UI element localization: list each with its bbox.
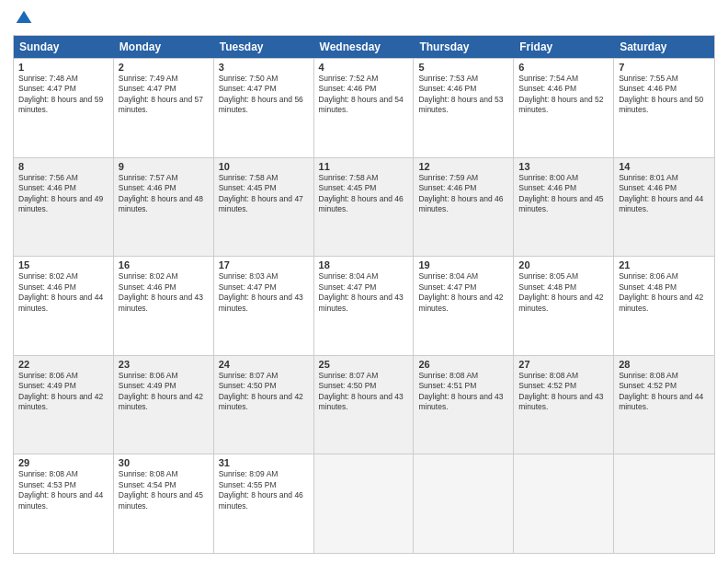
logo-icon	[15, 9, 33, 28]
page: SundayMondayTuesdayWednesdayThursdayFrid…	[0, 0, 728, 563]
day-number: 18	[319, 259, 409, 270]
day-info: Sunrise: 8:06 AMSunset: 4:49 PMDaylight:…	[119, 371, 209, 413]
day-info: Sunrise: 8:08 AMSunset: 4:52 PMDaylight:…	[518, 371, 609, 413]
day-cell-14: 14Sunrise: 8:01 AMSunset: 4:46 PMDayligh…	[614, 158, 714, 257]
calendar-header: SundayMondayTuesdayWednesdayThursdayFrid…	[14, 36, 714, 58]
day-info: Sunrise: 8:06 AMSunset: 4:48 PMDaylight:…	[619, 271, 710, 314]
calendar-row-3: 15Sunrise: 8:02 AMSunset: 4:46 PMDayligh…	[14, 256, 714, 355]
day-cell-10: 10Sunrise: 7:58 AMSunset: 4:45 PMDayligh…	[214, 158, 314, 257]
day-number: 26	[418, 359, 508, 370]
day-cell-16: 16Sunrise: 8:02 AMSunset: 4:46 PMDayligh…	[114, 257, 214, 355]
day-number: 6	[518, 62, 609, 73]
day-cell-25: 25Sunrise: 8:07 AMSunset: 4:50 PMDayligh…	[314, 356, 415, 454]
day-cell-2: 2Sunrise: 7:49 AMSunset: 4:47 PMDaylight…	[114, 59, 214, 157]
day-cell-6: 6Sunrise: 7:54 AMSunset: 4:46 PMDaylight…	[514, 59, 614, 157]
day-number: 24	[219, 359, 309, 370]
logo	[13, 9, 33, 28]
day-cell-18: 18Sunrise: 8:04 AMSunset: 4:47 PMDayligh…	[314, 257, 415, 355]
header-day-sunday: Sunday	[14, 36, 114, 58]
header-day-wednesday: Wednesday	[314, 36, 415, 58]
day-info: Sunrise: 8:08 AMSunset: 4:51 PMDaylight:…	[418, 371, 508, 413]
day-number: 22	[18, 359, 108, 370]
day-number: 7	[619, 62, 710, 73]
header-day-friday: Friday	[514, 36, 614, 58]
day-cell-9: 9Sunrise: 7:57 AMSunset: 4:46 PMDaylight…	[114, 158, 214, 257]
calendar-row-1: 1Sunrise: 7:48 AMSunset: 4:47 PMDaylight…	[14, 58, 714, 157]
day-cell-8: 8Sunrise: 7:56 AMSunset: 4:46 PMDaylight…	[14, 158, 114, 257]
day-number: 4	[319, 62, 409, 73]
day-info: Sunrise: 7:55 AMSunset: 4:46 PMDaylight:…	[619, 74, 710, 116]
day-number: 16	[119, 259, 209, 270]
day-info: Sunrise: 8:09 AMSunset: 4:55 PMDaylight:…	[219, 469, 309, 511]
day-info: Sunrise: 8:01 AMSunset: 4:46 PMDaylight:…	[619, 173, 710, 215]
day-info: Sunrise: 8:08 AMSunset: 4:54 PMDaylight:…	[119, 469, 209, 511]
day-cell-7: 7Sunrise: 7:55 AMSunset: 4:46 PMDaylight…	[614, 59, 714, 157]
day-cell-23: 23Sunrise: 8:06 AMSunset: 4:49 PMDayligh…	[114, 356, 214, 454]
day-number: 29	[18, 457, 108, 468]
day-number: 19	[418, 259, 508, 270]
day-number: 10	[219, 161, 309, 172]
day-info: Sunrise: 7:58 AMSunset: 4:45 PMDaylight:…	[219, 173, 309, 215]
empty-cell	[314, 454, 415, 553]
day-cell-3: 3Sunrise: 7:50 AMSunset: 4:47 PMDaylight…	[214, 59, 314, 157]
day-cell-30: 30Sunrise: 8:08 AMSunset: 4:54 PMDayligh…	[114, 454, 214, 553]
day-info: Sunrise: 8:04 AMSunset: 4:47 PMDaylight:…	[319, 271, 409, 314]
day-cell-12: 12Sunrise: 7:59 AMSunset: 4:46 PMDayligh…	[414, 158, 514, 257]
day-number: 15	[18, 259, 108, 270]
day-info: Sunrise: 8:08 AMSunset: 4:53 PMDaylight:…	[18, 469, 108, 511]
day-info: Sunrise: 7:58 AMSunset: 4:45 PMDaylight:…	[319, 173, 409, 215]
day-info: Sunrise: 8:04 AMSunset: 4:47 PMDaylight:…	[418, 271, 508, 314]
day-cell-28: 28Sunrise: 8:08 AMSunset: 4:52 PMDayligh…	[614, 356, 714, 454]
day-number: 1	[18, 62, 108, 73]
day-number: 12	[418, 161, 508, 172]
day-cell-31: 31Sunrise: 8:09 AMSunset: 4:55 PMDayligh…	[214, 454, 314, 553]
day-number: 28	[619, 359, 710, 370]
day-cell-19: 19Sunrise: 8:04 AMSunset: 4:47 PMDayligh…	[414, 257, 514, 355]
day-cell-26: 26Sunrise: 8:08 AMSunset: 4:51 PMDayligh…	[414, 356, 514, 454]
day-number: 2	[119, 62, 209, 73]
day-info: Sunrise: 7:57 AMSunset: 4:46 PMDaylight:…	[119, 173, 209, 215]
day-cell-5: 5Sunrise: 7:53 AMSunset: 4:46 PMDaylight…	[414, 59, 514, 157]
day-number: 31	[219, 457, 309, 468]
day-number: 8	[18, 161, 108, 172]
day-info: Sunrise: 7:54 AMSunset: 4:46 PMDaylight:…	[518, 74, 609, 116]
day-cell-21: 21Sunrise: 8:06 AMSunset: 4:48 PMDayligh…	[614, 257, 714, 355]
header-day-monday: Monday	[114, 36, 214, 58]
empty-cell	[614, 454, 714, 553]
header-day-saturday: Saturday	[614, 36, 714, 58]
day-number: 20	[518, 259, 609, 270]
header-day-tuesday: Tuesday	[214, 36, 314, 58]
day-cell-1: 1Sunrise: 7:48 AMSunset: 4:47 PMDaylight…	[14, 59, 114, 157]
calendar-row-5: 29Sunrise: 8:08 AMSunset: 4:53 PMDayligh…	[14, 454, 714, 553]
day-cell-24: 24Sunrise: 8:07 AMSunset: 4:50 PMDayligh…	[214, 356, 314, 454]
calendar-row-2: 8Sunrise: 7:56 AMSunset: 4:46 PMDaylight…	[14, 157, 714, 257]
calendar-body: 1Sunrise: 7:48 AMSunset: 4:47 PMDaylight…	[14, 58, 714, 553]
header	[13, 9, 715, 28]
day-cell-27: 27Sunrise: 8:08 AMSunset: 4:52 PMDayligh…	[514, 356, 614, 454]
day-info: Sunrise: 8:06 AMSunset: 4:49 PMDaylight:…	[18, 371, 108, 413]
day-info: Sunrise: 7:59 AMSunset: 4:46 PMDaylight:…	[418, 173, 508, 215]
day-number: 21	[619, 259, 710, 270]
day-cell-13: 13Sunrise: 8:00 AMSunset: 4:46 PMDayligh…	[514, 158, 614, 257]
day-number: 11	[319, 161, 409, 172]
day-info: Sunrise: 7:48 AMSunset: 4:47 PMDaylight:…	[18, 74, 108, 116]
day-info: Sunrise: 7:56 AMSunset: 4:46 PMDaylight:…	[18, 173, 108, 215]
day-number: 14	[619, 161, 710, 172]
day-cell-4: 4Sunrise: 7:52 AMSunset: 4:46 PMDaylight…	[314, 59, 415, 157]
header-day-thursday: Thursday	[414, 36, 514, 58]
day-info: Sunrise: 8:05 AMSunset: 4:48 PMDaylight:…	[518, 271, 609, 314]
day-info: Sunrise: 8:07 AMSunset: 4:50 PMDaylight:…	[319, 371, 409, 413]
day-info: Sunrise: 8:02 AMSunset: 4:46 PMDaylight:…	[18, 271, 108, 314]
day-number: 30	[119, 457, 209, 468]
day-info: Sunrise: 8:03 AMSunset: 4:47 PMDaylight:…	[219, 271, 309, 314]
empty-cell	[414, 454, 514, 553]
day-info: Sunrise: 8:02 AMSunset: 4:46 PMDaylight:…	[119, 271, 209, 314]
day-info: Sunrise: 7:50 AMSunset: 4:47 PMDaylight:…	[219, 74, 309, 116]
day-number: 25	[319, 359, 409, 370]
day-cell-22: 22Sunrise: 8:06 AMSunset: 4:49 PMDayligh…	[14, 356, 114, 454]
empty-cell	[514, 454, 614, 553]
day-info: Sunrise: 8:07 AMSunset: 4:50 PMDaylight:…	[219, 371, 309, 413]
calendar: SundayMondayTuesdayWednesdayThursdayFrid…	[13, 35, 715, 554]
day-info: Sunrise: 8:08 AMSunset: 4:52 PMDaylight:…	[619, 371, 710, 413]
day-cell-17: 17Sunrise: 8:03 AMSunset: 4:47 PMDayligh…	[214, 257, 314, 355]
